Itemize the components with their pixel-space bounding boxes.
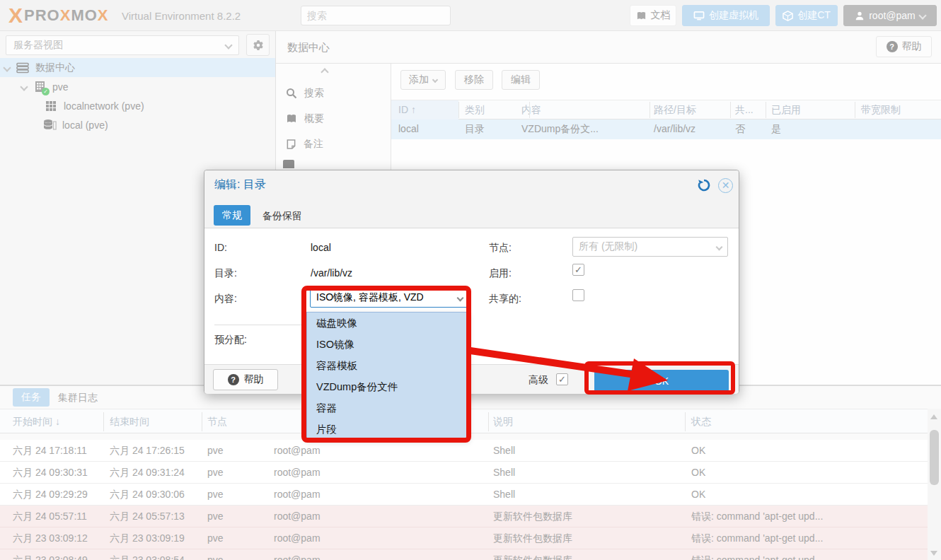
dialog-help-button[interactable]: ? 帮助 [213,369,278,390]
dialog-footer: ? 帮助 高级 ✓ OK [204,364,739,394]
shared-checkbox[interactable] [572,289,584,301]
reset-icon[interactable] [697,178,711,192]
help-button[interactable]: ? 帮助 [876,36,932,57]
sidebar-settings-button[interactable] [246,34,270,56]
task-row[interactable]: 六月 24 09:30:31六月 24 09:31:24pveroot@pamS… [0,462,928,484]
nav-item-notes[interactable]: 备注 [276,132,391,156]
dropdown-option[interactable]: ISO镜像 [307,334,468,355]
create-ct-button[interactable]: 创建CT [775,5,838,26]
col-header-bandwidth[interactable]: 带宽限制 [861,104,901,117]
global-search-input[interactable] [301,6,451,25]
chevron-down-icon [432,77,438,83]
col-header-id[interactable]: ID ↑ [398,104,416,115]
task-row-error[interactable]: 六月 23 03:08:49六月 23 03:08:54pveroot@pam更… [0,549,928,560]
book-icon [636,11,647,21]
col-header-type[interactable]: 类别 [465,104,485,117]
dropdown-option[interactable]: 磁盘映像 [307,313,468,334]
dropdown-option[interactable]: 片段 [307,419,468,440]
col-header-node[interactable]: 节点 [207,416,227,428]
nav-item-search[interactable]: 搜索 [276,81,391,105]
note-icon [286,139,296,150]
task-row-error[interactable]: 六月 23 03:09:12六月 23 03:09:19pveroot@pam更… [0,527,928,549]
gear-icon [253,40,264,51]
edit-directory-dialog: 编辑: 目录 ✕ 常规 备份保留 ID: local 目录: /var/lib/… [204,170,739,394]
documentation-button[interactable]: 文档 [630,5,676,26]
task-row-error[interactable]: 六月 24 05:57:11六月 24 05:57:13pveroot@pam更… [0,506,928,527]
node-combobox[interactable]: 所有 (无限制) [572,237,728,257]
scroll-thumb[interactable] [930,430,939,485]
id-value: local [311,242,331,253]
monitor-icon [693,11,705,21]
edit-button[interactable]: 编辑 [502,70,540,90]
vertical-scrollbar[interactable] [928,409,941,560]
enable-checkbox[interactable]: ✓ [572,264,584,276]
advanced-checkbox[interactable]: ✓ [556,373,568,385]
tab-cluster-log[interactable]: 集群日志 [58,392,98,404]
col-header-description[interactable]: 说明 [493,416,513,428]
chevron-down-icon [457,294,464,301]
scroll-down-icon[interactable] [930,551,937,556]
tab-tasks[interactable]: 任务 [13,388,50,407]
question-icon: ? [887,41,898,52]
enable-label: 启用: [489,267,512,280]
version-subtitle: Virtual Environment 8.2.2 [122,10,241,22]
chevron-down-icon [224,41,232,49]
task-row[interactable]: 六月 24 17:18:11六月 24 17:26:15pveroot@pamS… [0,440,928,462]
sort-asc-icon: ↑ [411,104,416,115]
content-label: 内容: [214,293,237,305]
close-icon[interactable]: ✕ [718,178,733,193]
user-menu-button[interactable]: root@pam [843,5,937,26]
tab-backup-retention[interactable]: 备份保留 [262,210,302,223]
col-header-path[interactable]: 路径/目标 [654,104,696,117]
directory-label: 目录: [214,267,237,280]
remove-button[interactable]: 移除 [455,70,493,90]
id-label: ID: [214,242,227,253]
chevron-down-icon [716,243,723,250]
col-header-shared[interactable]: 共... [735,104,754,117]
col-header-endtime[interactable]: 结束时间 [110,416,149,428]
col-header-enabled[interactable]: 已启用 [771,104,801,117]
task-row[interactable]: 六月 24 09:29:29六月 24 09:30:06pveroot@pamS… [0,484,928,506]
collapse-up-icon[interactable] [321,68,328,76]
col-header-starttime[interactable]: 开始时间 ↓ [13,416,60,428]
prealloc-label: 预分配: [214,334,247,346]
tab-general[interactable]: 常规 [214,205,250,226]
content-combobox[interactable]: ISO镜像, 容器模板, VZD [310,288,469,308]
server-icon [16,62,30,74]
top-header: XPROXMOX Virtual Environment 8.2.2 文档 创建… [0,0,941,31]
chevron-expanded-icon [3,64,11,71]
task-log-panel: 任务 集群日志 开始时间 ↓ 结束时间 节点 说明 状态 六月 24 17:18… [0,386,941,560]
tree-item-datacenter[interactable]: 数据中心 [0,58,275,77]
tree-item-localnetwork[interactable]: localnetwork (pve) [0,96,275,115]
col-header-status[interactable]: 状态 [691,416,711,428]
cube-icon [783,11,793,21]
ok-button[interactable]: OK [594,370,729,392]
network-grid-icon [44,100,58,112]
col-header-content[interactable]: 内容 [521,104,541,117]
storage-table-header: ID ↑ 类别 内容 路径/目标 共... 已启用 带宽限制 [391,100,941,119]
dialog-title: 编辑: 目录 [214,177,266,192]
nav-item-summary[interactable]: 概要 [276,107,391,131]
view-selector[interactable]: 服务器视图 [6,35,239,55]
node-building-icon: ✓ [33,81,47,93]
proxmox-logo: XPROXMOX [8,4,109,27]
dropdown-option[interactable]: 容器模板 [307,355,468,376]
proxmox-screen: { "header": { "logo_parts": ["X", "PRO",… [0,0,941,560]
book-icon [286,113,297,124]
nav-item-partial [283,160,295,168]
create-vm-button[interactable]: 创建虚拟机 [682,5,770,26]
dropdown-option[interactable]: VZDump备份文件 [307,376,468,397]
question-icon: ? [228,374,239,385]
tree-item-pve[interactable]: ✓ pve [0,77,275,96]
scroll-up-icon[interactable] [930,414,937,419]
storage-table-row[interactable]: local 目录 VZDump备份文... /var/lib/vz 否 是 [391,119,941,139]
logo-x-icon: X [8,4,23,28]
tree-item-local-storage[interactable]: local (pve) [0,115,275,134]
cluster-icon [283,160,294,168]
add-button[interactable]: 添加 [400,70,446,90]
datacenter-titlebar: 数据中心 ? 帮助 [276,31,941,64]
dialog-header[interactable]: 编辑: 目录 ✕ 常规 备份保留 [204,170,739,228]
user-icon [855,11,865,21]
dropdown-option[interactable]: 容器 [307,397,468,419]
content-dropdown-list: 磁盘映像 ISO镜像 容器模板 VZDump备份文件 容器 片段 [306,312,469,440]
